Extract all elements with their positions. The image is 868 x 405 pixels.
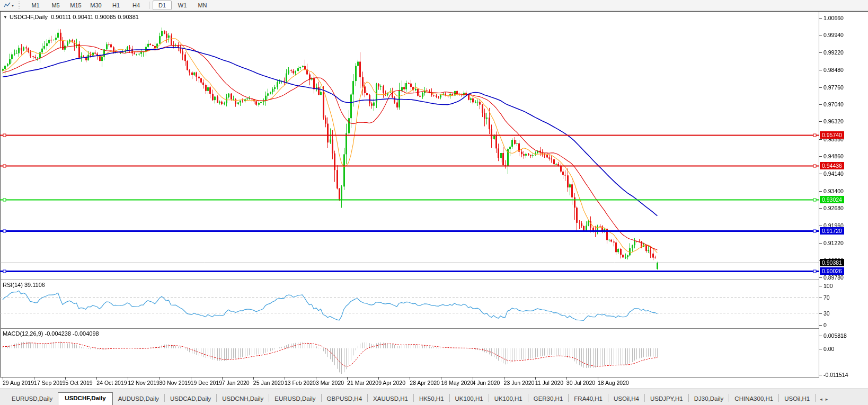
timeframe-button-m15[interactable]: M15 [66,1,85,10]
date-tick: 25 Jan 2020 [253,380,284,386]
timeframe-button-m1[interactable]: M1 [26,1,45,10]
chart-tab-usdcad-daily[interactable]: USDCAD,Daily [165,394,216,405]
chart-title-symbol: USDCHF,Daily [10,14,48,20]
timeframe-button-d1[interactable]: D1 [153,1,172,10]
price-tick: 0.97760 [823,84,844,91]
price-tick: 0.96320 [823,118,844,124]
chart-tab-hk50-h1[interactable]: HK50,H1 [414,394,449,405]
rsi-axis-tick: 0 [823,322,827,328]
chart-tab-audusd-daily[interactable]: AUDUSD,Daily [113,394,164,405]
price-level-badge: 0.90381 [820,259,844,266]
price-level-badge: 0.94436 [820,162,844,169]
date-tick: 29 Aug 2019 [3,380,34,386]
chart-tab-usoil-h4[interactable]: USOil,H4 [608,394,644,405]
price-tick: 0.94140 [823,170,844,177]
rsi-label: RSI(14) 39.1106 [3,282,45,288]
date-tick: 4 Jun 2020 [473,380,500,386]
price-tick: 0.99940 [823,32,844,38]
macd-axis-tick: -0.011514 [823,372,848,378]
macd-label: MACD(12,26,9) -0.004238 -0.004098 [3,330,99,337]
collapse-arrow-icon[interactable]: ▼ [3,15,7,20]
date-tick: 24 Oct 2019 [96,380,127,386]
date-tick: 17 Sep 2019 [34,380,66,386]
price-tick: 0.93400 [823,188,844,194]
macd-canvas[interactable] [0,329,819,377]
timeframe-button-h1[interactable]: H1 [107,1,126,10]
price-tick: 0.92680 [823,205,844,211]
date-tick: 13 Feb 2020 [285,380,316,386]
chart-tab-uk100-h1[interactable]: UK100,H1 [489,394,528,405]
timeframe-toolbar: ▾ M1M5M15M30H1H4D1W1MN [0,0,868,11]
date-tick: 23 Jun 2020 [504,380,535,386]
chart-tab-bar: EURUSD,DailyUSDCHF,DailyAUDUSD,DailyUSDC… [0,389,868,405]
pane-separator[interactable] [0,328,868,329]
price-tick: 0.91220 [823,240,844,246]
price-level-badge: 0.95740 [820,131,844,139]
price-chart-canvas[interactable] [0,12,819,280]
price-level-badge: 0.90026 [820,267,844,275]
chart-tab-eurusd-daily[interactable]: EURUSD,Daily [6,394,58,405]
date-tick: 16 May 2020 [441,380,473,386]
draw-tool-caret-icon[interactable]: ▾ [12,3,14,8]
pane-separator[interactable] [0,280,868,280]
chart-tab-xauusd-h1[interactable]: XAUUSD,H1 [368,394,413,405]
date-tick: 12 Nov 2019 [128,380,160,386]
rsi-axis-tick: 70 [823,294,830,301]
price-tick: 0.94860 [823,153,844,159]
chart-tab-uk100-h1[interactable]: UK100,H1 [450,394,489,405]
tab-scroll-controls: ◂▸ [816,397,832,405]
toolbar-grip-handle[interactable] [18,2,21,9]
price-level-badge: 0.93024 [820,196,844,203]
chart-tab-eurusd-daily[interactable]: EURUSD,Daily [269,394,321,405]
chart-tab-fra40-h1[interactable]: FRA40,H1 [569,394,608,405]
rsi-axis-tick: 100 [823,283,833,289]
macd-axis-tick: 0.00 [823,346,834,352]
draw-tool-icon[interactable]: ▾ [2,2,15,8]
chart-tab-usdchf-daily[interactable]: USDCHF,Daily [58,392,112,405]
timeframe-button-m30[interactable]: M30 [86,1,105,10]
date-tick: 19 Dec 2019 [191,380,223,386]
date-tick: 18 Aug 2020 [598,380,629,386]
rsi-canvas[interactable] [0,281,819,328]
timeframe-button-h4[interactable]: H4 [127,1,146,10]
chart-tab-gbpusd-h4[interactable]: GBPUSD,H4 [322,394,367,405]
date-tick: 3 Mar 2020 [316,380,344,386]
chart-tab-usdcnh-daily[interactable]: USDCNH,Daily [217,394,269,405]
price-tick: 0.98480 [823,67,844,73]
tab-scroll-left-icon[interactable]: ◂ [820,397,822,402]
date-tick: 28 Apr 2020 [410,380,440,386]
price-tick: 0.97040 [823,101,844,107]
date-tick: 11 Jul 2020 [535,380,564,386]
price-level-badge: 0.91720 [820,227,844,235]
mt4-terminal: ▾ M1M5M15M30H1H4D1W1MN ▼USDCHF,Daily 0.9… [0,0,868,405]
price-tick: 0.99220 [823,49,844,56]
timeframe-button-w1[interactable]: W1 [173,1,192,10]
date-tick: 7 Jan 2020 [222,380,250,386]
tab-scroll-right-icon[interactable]: ▸ [826,397,828,402]
timeframe-button-m5[interactable]: M5 [46,1,65,10]
chart-window: ▼USDCHF,Daily 0.90111 0.90411 0.90085 0.… [0,11,868,388]
chart-tab-ger30-h1[interactable]: GER30,H1 [528,394,569,405]
chart-tab-dj30-daily[interactable]: DJ30,Daily [689,394,729,405]
date-tick: 30 Nov 2019 [160,380,191,386]
macd-axis-tick: 0.005818 [823,332,847,339]
price-tick: 0.89780 [823,274,844,281]
price-axis: 1.006600.999400.992200.984800.977600.970… [819,12,868,377]
timeframe-button-mn[interactable]: MN [193,1,212,10]
chart-tab-china300-h1[interactable]: CHINA300,H1 [729,394,778,405]
rsi-axis-tick: 30 [823,310,830,317]
chart-tab-usoil-h1[interactable]: USOil,H1 [779,394,815,405]
date-tick: 5 Oct 2019 [65,380,92,386]
chart-tab-usdjpy-h1[interactable]: USDJPY,H1 [645,394,688,405]
price-tick: 1.00660 [823,15,844,21]
polyline-tool-icon [4,2,11,8]
date-axis: 29 Aug 201917 Sep 20195 Oct 201924 Oct 2… [0,377,819,388]
toolbar-separator [149,2,149,9]
date-tick: 30 Jul 2020 [566,380,595,386]
chart-title-ohlc: 0.90111 0.90411 0.90085 0.90381 [51,14,139,20]
date-tick: 21 Mar 2020 [347,380,378,386]
chart-title: ▼USDCHF,Daily 0.90111 0.90411 0.90085 0.… [3,14,139,20]
date-tick: 9 Apr 2020 [378,380,405,386]
